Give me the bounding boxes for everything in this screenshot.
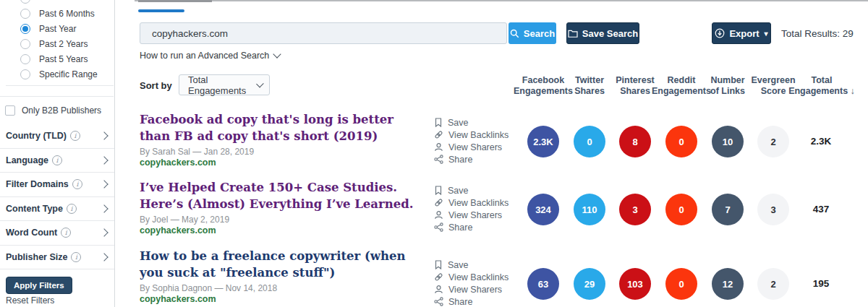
view-backlinks-action[interactable]: View Backlinks bbox=[434, 271, 509, 283]
radio-label: Past 5 Years bbox=[39, 54, 88, 64]
result-title-link[interactable]: I’ve Helped Create 150+ Case Studies. He… bbox=[140, 180, 423, 212]
view-sharers-action[interactable]: View Sharers bbox=[434, 141, 509, 153]
pinterest-shares-badge: 3 bbox=[619, 194, 651, 225]
info-icon[interactable]: i bbox=[70, 131, 80, 141]
result-row: Facebook ad copy that's long is better t… bbox=[140, 108, 868, 176]
total-engagements-value: 2.3K bbox=[792, 136, 850, 147]
evergreen-score-badge: 3 bbox=[757, 194, 789, 225]
result-domain-link[interactable]: copyhackers.com bbox=[140, 225, 216, 235]
accordion-language[interactable]: Language i bbox=[0, 149, 114, 173]
result-byline: By Sarah Sal — Jan 28, 2019 bbox=[140, 147, 254, 157]
radio-icon[interactable] bbox=[20, 69, 30, 79]
view-sharers-action[interactable]: View Sharers bbox=[434, 209, 509, 221]
advanced-search-link[interactable]: How to run an Advanced Search bbox=[140, 51, 280, 61]
divider bbox=[0, 96, 114, 97]
radio-specific-range[interactable]: Specific Range bbox=[20, 69, 98, 80]
radio-selected-icon[interactable] bbox=[20, 24, 30, 34]
accordion-label: Language bbox=[6, 155, 48, 165]
sort-dropdown[interactable]: Total Engagements bbox=[179, 74, 270, 95]
facebook-engagements-badge: 2.3K bbox=[527, 126, 559, 157]
total-results-label: Total Results: 29 bbox=[781, 28, 854, 39]
radio-label: Past 2 Years bbox=[39, 39, 88, 49]
reddit-engagements-badge: 0 bbox=[665, 194, 697, 225]
divider bbox=[6, 85, 114, 86]
radio-past-year[interactable]: Past Year bbox=[20, 23, 76, 35]
total-engagements-value: 437 bbox=[792, 204, 850, 215]
link-icon bbox=[434, 130, 443, 139]
view-backlinks-action[interactable]: View Backlinks bbox=[434, 196, 509, 209]
save-action[interactable]: Save bbox=[434, 116, 509, 129]
accordion-publisher-size[interactable]: Publisher Size i bbox=[0, 246, 114, 270]
result-domain-link[interactable]: copyhackers.com bbox=[140, 157, 216, 168]
share-action[interactable]: Share bbox=[434, 153, 509, 165]
share-action[interactable]: Share bbox=[434, 295, 509, 307]
twitter-shares-badge: 29 bbox=[574, 268, 605, 300]
search-input[interactable] bbox=[140, 22, 507, 44]
person-icon bbox=[434, 210, 443, 220]
share-action[interactable]: Share bbox=[434, 221, 509, 233]
accordion-country-tld[interactable]: Country (TLD) i bbox=[0, 124, 114, 149]
date-radio-cropped[interactable] bbox=[20, 0, 30, 4]
view-backlinks-action[interactable]: View Backlinks bbox=[434, 129, 509, 141]
result-byline: By Joel — May 2, 2019 bbox=[140, 215, 229, 225]
facebook-engagements-badge: 63 bbox=[527, 268, 559, 300]
accordion-label: Publisher Size bbox=[6, 252, 67, 262]
radio-past-5-years[interactable]: Past 5 Years bbox=[20, 53, 88, 65]
save-action[interactable]: Save bbox=[434, 259, 509, 271]
folder-icon bbox=[568, 29, 578, 38]
result-domain-link[interactable]: copyhackers.com bbox=[140, 294, 216, 304]
save-search-button-label: Save Search bbox=[582, 28, 638, 39]
filters-sidebar: Past 6 Months Past Year Past 2 Years Pas… bbox=[0, 0, 115, 307]
search-button[interactable]: Search bbox=[509, 22, 556, 44]
bookmark-icon bbox=[434, 260, 443, 269]
export-button[interactable]: Export ▾ bbox=[712, 22, 771, 44]
number-of-links-badge: 7 bbox=[712, 194, 744, 225]
info-icon[interactable]: i bbox=[72, 179, 82, 189]
view-sharers-action[interactable]: View Sharers bbox=[434, 283, 509, 295]
result-title-link[interactable]: Facebook ad copy that's long is better t… bbox=[140, 112, 423, 144]
facebook-engagements-badge: 324 bbox=[527, 194, 559, 225]
download-icon bbox=[715, 28, 725, 38]
bookmark-icon bbox=[434, 186, 443, 195]
checkbox-label: Only B2B Publishers bbox=[22, 105, 101, 116]
twitter-shares-badge: 0 bbox=[574, 126, 605, 157]
filter-accordions: Country (TLD) i Language i Filter Domain… bbox=[0, 124, 114, 269]
radio-past-2-years[interactable]: Past 2 Years bbox=[20, 38, 88, 50]
radio-icon[interactable] bbox=[20, 9, 30, 19]
cropped-toolbar-edge bbox=[135, 0, 868, 1]
sort-dropdown-value: Total Engagements bbox=[188, 74, 252, 96]
share-icon bbox=[434, 297, 443, 306]
info-icon[interactable]: i bbox=[67, 204, 77, 214]
content-search-page: Past 6 Months Past Year Past 2 Years Pas… bbox=[0, 0, 868, 307]
advanced-search-link-label: How to run an Advanced Search bbox=[140, 51, 269, 61]
active-tab-indicator bbox=[138, 9, 184, 12]
checkbox-icon[interactable] bbox=[5, 105, 15, 116]
apply-filters-button[interactable]: Apply Filters bbox=[6, 277, 72, 294]
radio-past-6-months[interactable]: Past 6 Months bbox=[20, 8, 95, 20]
accordion-word-count[interactable]: Word Count i bbox=[0, 221, 114, 246]
accordion-label: Word Count bbox=[6, 228, 57, 238]
accordion-label: Content Type bbox=[6, 204, 63, 214]
radio-label: Past Year bbox=[39, 24, 76, 34]
b2b-publishers-checkbox-row[interactable]: Only B2B Publishers bbox=[5, 105, 101, 116]
export-button-label: Export bbox=[729, 28, 759, 39]
radio-icon[interactable] bbox=[20, 39, 30, 49]
chevron-down-icon bbox=[256, 79, 263, 87]
result-actions: Save View Backlinks View Sharers Share bbox=[434, 184, 509, 233]
chevron-right-icon bbox=[100, 132, 108, 140]
info-icon[interactable]: i bbox=[61, 228, 71, 238]
save-action[interactable]: Save bbox=[434, 184, 509, 196]
search-button-label: Search bbox=[524, 28, 555, 39]
sort-descending-icon: ↓ bbox=[851, 86, 855, 96]
accordion-label: Country (TLD) bbox=[6, 131, 67, 141]
accordion-filter-domains[interactable]: Filter Domains i bbox=[0, 173, 114, 197]
chevron-right-icon bbox=[100, 253, 108, 261]
save-search-button[interactable]: Save Search bbox=[566, 22, 639, 44]
column-header-total-sorted[interactable]: Total Engagements ↓ bbox=[786, 75, 858, 97]
reset-filters-link[interactable]: Reset Filters bbox=[6, 295, 54, 306]
info-icon[interactable]: i bbox=[52, 155, 62, 165]
result-title-link[interactable]: How to be a freelance copywriter (when y… bbox=[140, 248, 423, 281]
accordion-content-type[interactable]: Content Type i bbox=[0, 197, 114, 222]
radio-icon[interactable] bbox=[20, 54, 30, 64]
info-icon[interactable]: i bbox=[71, 252, 81, 262]
